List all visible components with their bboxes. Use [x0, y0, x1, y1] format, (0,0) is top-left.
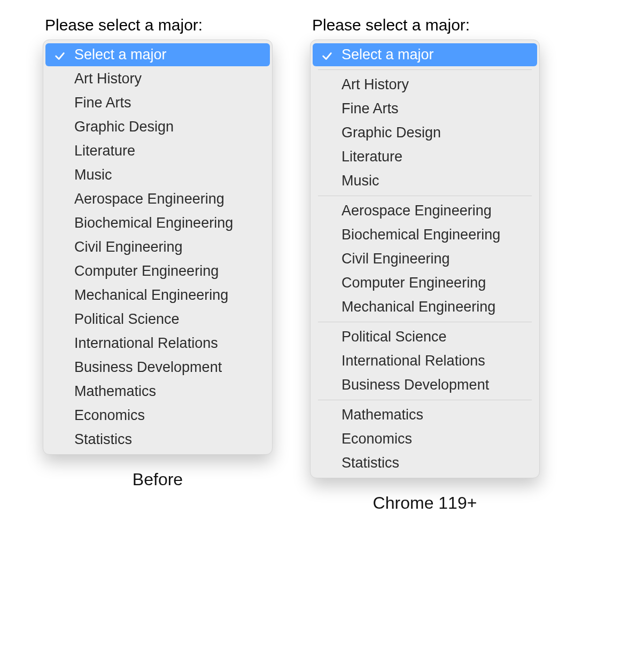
checkmark-icon: [54, 49, 66, 61]
caption-before: Before: [43, 470, 273, 489]
option[interactable]: Political Science: [313, 325, 537, 348]
option-label: Graphic Design: [342, 125, 441, 141]
option-label: Fine Arts: [342, 100, 399, 116]
option[interactable]: Literature: [45, 139, 270, 162]
option[interactable]: Political Science: [45, 308, 270, 331]
option-label: Select a major: [342, 46, 434, 63]
option-label: Civil Engineering: [342, 251, 450, 267]
option-label: Music: [74, 167, 112, 183]
option-label: Art History: [342, 76, 409, 92]
option-label: Mechanical Engineering: [342, 299, 495, 315]
option-label: Political Science: [342, 329, 447, 345]
option-label: International Relations: [342, 353, 485, 369]
option[interactable]: Mathematics: [45, 380, 270, 403]
option-label: International Relations: [74, 335, 218, 351]
option[interactable]: Economics: [45, 404, 270, 427]
major-dropdown-after[interactable]: Select a majorArt HistoryFine ArtsGraphi…: [310, 40, 540, 478]
option[interactable]: Art History: [45, 67, 270, 90]
option[interactable]: Computer Engineering: [45, 260, 270, 283]
option-label: Business Development: [74, 359, 222, 375]
select-prompt: Please select a major:: [312, 16, 470, 34]
option-label: Computer Engineering: [342, 275, 486, 291]
option[interactable]: Aerospace Engineering: [313, 199, 537, 222]
option-label: Political Science: [74, 311, 180, 327]
before-column: Please select a major: Select a majorArt…: [43, 16, 273, 489]
option[interactable]: Mechanical Engineering: [313, 296, 537, 318]
option[interactable]: Computer Engineering: [313, 271, 537, 294]
select-prompt: Please select a major:: [45, 16, 203, 34]
option-label: Literature: [74, 143, 135, 159]
option[interactable]: Business Development: [45, 356, 270, 379]
option[interactable]: Music: [313, 169, 537, 192]
after-column: Please select a major: Select a majorArt…: [310, 16, 540, 513]
option[interactable]: Civil Engineering: [45, 236, 270, 259]
option[interactable]: Statistics: [45, 428, 270, 451]
option-selected[interactable]: Select a major: [313, 43, 537, 66]
option[interactable]: Mathematics: [313, 403, 537, 426]
option[interactable]: Aerospace Engineering: [45, 188, 270, 211]
option-label: Music: [342, 173, 379, 189]
option-label: Aerospace Engineering: [74, 191, 224, 207]
option-label: Aerospace Engineering: [342, 203, 492, 219]
option-label: Computer Engineering: [74, 263, 219, 279]
option-label: Biochemical Engineering: [342, 227, 500, 243]
option[interactable]: Biochemical Engineering: [45, 212, 270, 235]
option[interactable]: Graphic Design: [45, 115, 270, 138]
option[interactable]: Biochemical Engineering: [313, 223, 537, 246]
option-label: Mathematics: [342, 407, 423, 423]
option-label: Mechanical Engineering: [74, 287, 228, 303]
option[interactable]: Business Development: [313, 374, 537, 397]
option-label: Literature: [342, 149, 402, 165]
checkmark-icon: [321, 49, 333, 61]
option-label: Statistics: [74, 431, 132, 447]
option[interactable]: Music: [45, 164, 270, 186]
option-label: Civil Engineering: [74, 239, 183, 255]
group-separator: [318, 196, 532, 196]
option[interactable]: Art History: [313, 73, 537, 96]
option[interactable]: International Relations: [313, 349, 537, 372]
option[interactable]: Fine Arts: [313, 97, 537, 120]
option[interactable]: Mechanical Engineering: [45, 284, 270, 307]
group-separator: [318, 69, 532, 70]
major-dropdown-before[interactable]: Select a majorArt HistoryFine ArtsGraphi…: [43, 40, 273, 455]
option-label: Mathematics: [74, 383, 156, 399]
option[interactable]: Economics: [313, 427, 537, 450]
option[interactable]: Fine Arts: [45, 91, 270, 114]
option[interactable]: Civil Engineering: [313, 247, 537, 270]
group-separator: [318, 400, 532, 400]
option[interactable]: International Relations: [45, 332, 270, 355]
option[interactable]: Literature: [313, 145, 537, 168]
caption-after: Chrome 119+: [310, 493, 540, 513]
option-label: Business Development: [342, 377, 489, 393]
option-label: Economics: [74, 407, 145, 423]
option[interactable]: Graphic Design: [313, 121, 537, 144]
option-selected[interactable]: Select a major: [45, 43, 270, 66]
option-label: Biochemical Engineering: [74, 215, 233, 231]
option-label: Graphic Design: [74, 119, 174, 135]
option-label: Select a major: [74, 46, 167, 63]
option-label: Statistics: [342, 455, 399, 471]
group-separator: [318, 322, 532, 322]
option-label: Economics: [342, 431, 412, 447]
option[interactable]: Statistics: [313, 452, 537, 475]
option-label: Art History: [74, 71, 142, 87]
option-label: Fine Arts: [74, 95, 131, 111]
